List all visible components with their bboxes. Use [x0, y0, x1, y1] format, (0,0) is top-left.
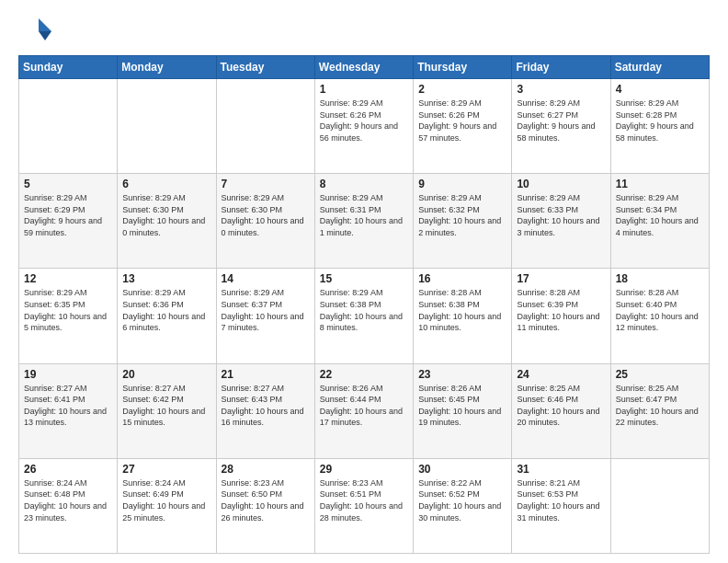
day-info: Sunrise: 8:29 AM Sunset: 6:30 PM Dayligh… — [122, 192, 210, 238]
calendar-cell: 14Sunrise: 8:29 AM Sunset: 6:37 PM Dayli… — [216, 269, 314, 363]
day-number: 4 — [616, 83, 704, 96]
calendar-cell: 23Sunrise: 8:26 AM Sunset: 6:45 PM Dayli… — [414, 363, 512, 458]
calendar-cell: 11Sunrise: 8:29 AM Sunset: 6:34 PM Dayli… — [610, 174, 709, 269]
day-info: Sunrise: 8:29 AM Sunset: 6:30 PM Dayligh… — [222, 192, 310, 238]
day-info: Sunrise: 8:27 AM Sunset: 6:42 PM Dayligh… — [122, 383, 210, 429]
calendar-cell: 31Sunrise: 8:21 AM Sunset: 6:53 PM Dayli… — [512, 458, 610, 553]
logo — [18, 15, 55, 48]
calendar-cell: 13Sunrise: 8:29 AM Sunset: 6:36 PM Dayli… — [118, 269, 216, 363]
calendar-cell: 30Sunrise: 8:22 AM Sunset: 6:52 PM Dayli… — [414, 458, 512, 553]
day-info: Sunrise: 8:23 AM Sunset: 6:50 PM Dayligh… — [222, 477, 310, 523]
calendar-cell: 21Sunrise: 8:27 AM Sunset: 6:43 PM Dayli… — [216, 363, 314, 458]
day-number: 28 — [222, 463, 310, 476]
day-number: 29 — [320, 463, 408, 476]
calendar-cell: 28Sunrise: 8:23 AM Sunset: 6:50 PM Dayli… — [216, 458, 314, 553]
day-number: 18 — [616, 272, 704, 285]
day-info: Sunrise: 8:22 AM Sunset: 6:52 PM Dayligh… — [418, 477, 506, 523]
calendar-cell: 18Sunrise: 8:28 AM Sunset: 6:40 PM Dayli… — [610, 269, 709, 363]
calendar-week-2: 5Sunrise: 8:29 AM Sunset: 6:29 PM Daylig… — [19, 174, 710, 269]
day-info: Sunrise: 8:29 AM Sunset: 6:32 PM Dayligh… — [418, 192, 506, 238]
calendar-cell: 1Sunrise: 8:29 AM Sunset: 6:26 PM Daylig… — [314, 79, 413, 174]
day-number: 22 — [320, 368, 408, 381]
page: SundayMondayTuesdayWednesdayThursdayFrid… — [0, 0, 728, 563]
calendar-header-tuesday: Tuesday — [216, 56, 314, 79]
day-number: 19 — [24, 368, 112, 381]
calendar-cell: 22Sunrise: 8:26 AM Sunset: 6:44 PM Dayli… — [314, 363, 413, 458]
calendar-cell: 7Sunrise: 8:29 AM Sunset: 6:30 PM Daylig… — [216, 174, 314, 269]
calendar-cell: 6Sunrise: 8:29 AM Sunset: 6:30 PM Daylig… — [118, 174, 216, 269]
calendar-cell: 27Sunrise: 8:24 AM Sunset: 6:49 PM Dayli… — [118, 458, 216, 553]
day-number: 9 — [418, 178, 506, 190]
day-number: 21 — [222, 368, 310, 381]
day-info: Sunrise: 8:27 AM Sunset: 6:41 PM Dayligh… — [24, 383, 112, 429]
calendar-week-4: 19Sunrise: 8:27 AM Sunset: 6:41 PM Dayli… — [19, 363, 710, 458]
day-number: 2 — [418, 83, 506, 96]
day-info: Sunrise: 8:29 AM Sunset: 6:27 PM Dayligh… — [517, 98, 605, 144]
day-number: 15 — [320, 272, 408, 285]
day-number: 31 — [517, 463, 605, 476]
day-info: Sunrise: 8:29 AM Sunset: 6:31 PM Dayligh… — [320, 192, 408, 238]
day-number: 8 — [320, 178, 408, 190]
header — [18, 15, 710, 48]
svg-marker-0 — [39, 18, 51, 31]
calendar-header-saturday: Saturday — [610, 56, 709, 79]
day-info: Sunrise: 8:29 AM Sunset: 6:28 PM Dayligh… — [616, 98, 704, 144]
calendar-cell: 10Sunrise: 8:29 AM Sunset: 6:33 PM Dayli… — [512, 174, 610, 269]
calendar-cell: 5Sunrise: 8:29 AM Sunset: 6:29 PM Daylig… — [19, 174, 118, 269]
calendar-cell: 9Sunrise: 8:29 AM Sunset: 6:32 PM Daylig… — [414, 174, 512, 269]
day-info: Sunrise: 8:29 AM Sunset: 6:26 PM Dayligh… — [320, 98, 408, 144]
day-number: 14 — [222, 272, 310, 285]
calendar-cell — [118, 79, 216, 174]
day-info: Sunrise: 8:29 AM Sunset: 6:26 PM Dayligh… — [418, 98, 506, 144]
day-number: 30 — [418, 463, 506, 476]
calendar-week-1: 1Sunrise: 8:29 AM Sunset: 6:26 PM Daylig… — [19, 79, 710, 174]
day-number: 23 — [418, 368, 506, 381]
day-info: Sunrise: 8:27 AM Sunset: 6:43 PM Dayligh… — [222, 383, 310, 429]
day-info: Sunrise: 8:28 AM Sunset: 6:40 PM Dayligh… — [616, 287, 704, 333]
calendar-cell: 25Sunrise: 8:25 AM Sunset: 6:47 PM Dayli… — [610, 363, 709, 458]
day-number: 10 — [517, 178, 605, 190]
day-info: Sunrise: 8:29 AM Sunset: 6:35 PM Dayligh… — [24, 287, 112, 333]
calendar-cell — [216, 79, 314, 174]
calendar-cell: 4Sunrise: 8:29 AM Sunset: 6:28 PM Daylig… — [610, 79, 709, 174]
day-number: 13 — [122, 272, 210, 285]
day-number: 25 — [616, 368, 704, 381]
day-number: 16 — [418, 272, 506, 285]
calendar-table: SundayMondayTuesdayWednesdayThursdayFrid… — [18, 55, 710, 554]
day-number: 7 — [222, 178, 310, 190]
calendar-cell: 3Sunrise: 8:29 AM Sunset: 6:27 PM Daylig… — [512, 79, 610, 174]
calendar-cell: 15Sunrise: 8:29 AM Sunset: 6:38 PM Dayli… — [314, 269, 413, 363]
day-info: Sunrise: 8:29 AM Sunset: 6:29 PM Dayligh… — [24, 192, 112, 238]
day-info: Sunrise: 8:24 AM Sunset: 6:48 PM Dayligh… — [24, 477, 112, 523]
day-info: Sunrise: 8:26 AM Sunset: 6:45 PM Dayligh… — [418, 383, 506, 429]
day-number: 3 — [517, 83, 605, 96]
day-info: Sunrise: 8:21 AM Sunset: 6:53 PM Dayligh… — [517, 477, 605, 523]
day-number: 6 — [122, 178, 210, 190]
calendar-header-thursday: Thursday — [414, 56, 512, 79]
svg-marker-1 — [39, 31, 51, 40]
day-info: Sunrise: 8:29 AM Sunset: 6:34 PM Dayligh… — [616, 192, 704, 238]
calendar-cell: 16Sunrise: 8:28 AM Sunset: 6:38 PM Dayli… — [414, 269, 512, 363]
calendar-header-friday: Friday — [512, 56, 610, 79]
day-info: Sunrise: 8:29 AM Sunset: 6:38 PM Dayligh… — [320, 287, 408, 333]
day-number: 11 — [616, 178, 704, 190]
day-number: 24 — [517, 368, 605, 381]
day-number: 5 — [24, 178, 112, 190]
calendar-cell: 26Sunrise: 8:24 AM Sunset: 6:48 PM Dayli… — [19, 458, 118, 553]
calendar-header-wednesday: Wednesday — [314, 56, 413, 79]
calendar-cell: 20Sunrise: 8:27 AM Sunset: 6:42 PM Dayli… — [118, 363, 216, 458]
day-number: 26 — [24, 463, 112, 476]
calendar-week-5: 26Sunrise: 8:24 AM Sunset: 6:48 PM Dayli… — [19, 458, 710, 553]
calendar-header-sunday: Sunday — [19, 56, 118, 79]
calendar-cell: 17Sunrise: 8:28 AM Sunset: 6:39 PM Dayli… — [512, 269, 610, 363]
calendar-cell — [610, 458, 709, 553]
day-number: 12 — [24, 272, 112, 285]
calendar-cell: 29Sunrise: 8:23 AM Sunset: 6:51 PM Dayli… — [314, 458, 413, 553]
day-number: 27 — [122, 463, 210, 476]
calendar-cell: 12Sunrise: 8:29 AM Sunset: 6:35 PM Dayli… — [19, 269, 118, 363]
day-info: Sunrise: 8:25 AM Sunset: 6:46 PM Dayligh… — [517, 383, 605, 429]
day-info: Sunrise: 8:25 AM Sunset: 6:47 PM Dayligh… — [616, 383, 704, 429]
calendar-cell: 24Sunrise: 8:25 AM Sunset: 6:46 PM Dayli… — [512, 363, 610, 458]
day-info: Sunrise: 8:29 AM Sunset: 6:37 PM Dayligh… — [222, 287, 310, 333]
day-info: Sunrise: 8:23 AM Sunset: 6:51 PM Dayligh… — [320, 477, 408, 523]
